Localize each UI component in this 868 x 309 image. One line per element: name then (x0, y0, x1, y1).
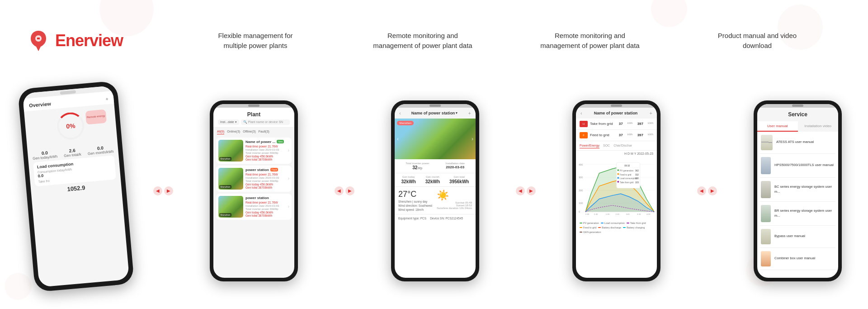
plant-inverter-2: Total inverter power 69kWp (245, 180, 286, 182)
screen4-title: Name of power station (594, 111, 638, 115)
svg-point-19 (617, 177, 619, 179)
plant-inverter-3: Total inverter power 69kWp (245, 208, 286, 210)
plant-name-row-3: power station (245, 196, 286, 200)
legend-feed-dot (580, 227, 582, 228)
manual-name-5: Bypass user manual (774, 234, 805, 239)
legend-discharge: Battery discharge (598, 226, 621, 229)
chart-svg: 400 300 200 100 0 (578, 158, 655, 218)
gen-month-cell: Gen month 32kWh (425, 176, 440, 184)
plant-realtime-2: Real-time power 21.76W (245, 173, 286, 176)
weather-desc: Shenzhen | sunny day (398, 200, 432, 203)
status-bar-2 (213, 104, 294, 108)
legend-area: PV generation Load consumption Take from… (576, 220, 657, 235)
search-box[interactable]: 🔍 Plant name or device SN (241, 119, 290, 125)
back-icon-4[interactable]: ‹ (580, 110, 582, 116)
plant-name-2: power station (245, 168, 269, 172)
svg-text:Feed to grid: Feed to grid (620, 173, 632, 176)
gen-total-label3: Gen total (449, 176, 469, 178)
plant-card-1[interactable]: Shenzhen Name of power ... New Real-time… (216, 138, 292, 164)
manual-item-6[interactable]: Combiner box user manual (760, 248, 835, 270)
nav-right-icon[interactable]: › (472, 136, 473, 142)
gen-month-stat: 0.0 Gen month/kWh (87, 144, 114, 156)
tab-offline[interactable]: Offline(3) (243, 129, 256, 134)
arrow2-left: ◀ (335, 186, 344, 195)
chart-area: 400 300 200 100 0 (576, 157, 657, 220)
grid-stat-1: H Take from grid 37 kWh 397 kWh (576, 119, 657, 130)
service-tab-video[interactable]: Installation video (798, 121, 839, 132)
load-section: Load consumption Consumption today/kWh 0… (33, 155, 116, 186)
tab-all[interactable]: All(9) (217, 129, 224, 134)
gen-today-cell: Gen today 32kWh (401, 176, 416, 184)
feature-2: Remote monitoring and management of powe… (373, 31, 472, 51)
screen3-image: Shenzhen ‹ › (395, 119, 476, 159)
status-bar-5 (757, 104, 838, 108)
wind-direction: Wind direction: Southwest (398, 204, 432, 207)
tab-online[interactable]: Online(3) (227, 129, 240, 134)
manual-item-1[interactable]: ATESS ATS user manual (760, 132, 835, 154)
device-sn: Device SN: PCS2124545 (430, 217, 463, 220)
legend-pv: PV generation (580, 222, 599, 224)
plant-realtime-1: Real-time power 21.76W (245, 145, 286, 148)
plant-gentoday-1: Gen today 458.0kWh (245, 155, 286, 158)
back-icon-3[interactable]: ‹ (399, 110, 401, 116)
equip-row: Equipment type: PCS Device SN: PCS212454… (395, 214, 476, 222)
legend-pv-dot (580, 223, 582, 223)
notch-4 (611, 105, 622, 107)
svg-text:Take from grid: Take from grid (620, 181, 633, 183)
legend-charging: Battery charging (623, 226, 645, 229)
service-tab-manual[interactable]: User manual (757, 121, 798, 132)
gauge-circle: 0% (56, 111, 85, 141)
legend-feed: Feed to grid (580, 226, 596, 229)
service-tabs: User manual Installation video (757, 121, 838, 132)
manual-icon-1 (761, 135, 773, 150)
manual-item-2[interactable]: HPS5000/7500/10000TLS user manual (760, 154, 835, 178)
svg-text:0:00: 0:00 (585, 213, 590, 215)
arrow3-group: ◀ ▶ (516, 186, 536, 195)
date-row: H D M Y 2022-05-23 (576, 151, 657, 157)
manual-icon-5 (761, 229, 771, 244)
manual-item-3[interactable]: BC series energy storage system user m..… (760, 178, 835, 202)
svg-text:4:00: 4:00 (646, 213, 651, 215)
install-label: Installation date (446, 162, 465, 165)
weather-right: ☀️ Sunrise 05:48 Sunset 18:52 Sunshine d… (437, 190, 472, 209)
arrow1-right: ▶ (164, 186, 173, 195)
tab-fault[interactable]: Fault(3) (259, 129, 269, 134)
svg-text:2:00: 2:00 (616, 213, 620, 215)
gen-month-val3: 32kWh (425, 179, 440, 184)
phone2-screen: Plant Inst...date ▾ 🔍 Plant name or devi… (213, 104, 294, 278)
gen-total-stat: 2.6 Gen total/k (63, 147, 81, 157)
location-badge: Shenzhen (397, 121, 414, 125)
svg-text:0: 0 (579, 210, 580, 213)
phone5-wrapper: Service User manual Installation video A… (754, 100, 842, 281)
chart-tab-soc[interactable]: SOC (603, 143, 610, 148)
filter-row: Inst...date ▾ 🔍 Plant name or device SN (218, 119, 290, 125)
header: Enerview Flexible management for multipl… (0, 0, 868, 81)
legend-load-dot (601, 223, 604, 223)
grid-values-feed: 37 kWh 397 kWh (619, 133, 653, 137)
phone4-frame: ‹ Name of power station + H Take from gr… (572, 100, 660, 281)
chart-tab-power[interactable]: Power/Energy (580, 143, 599, 148)
add-icon-4[interactable]: + (650, 110, 652, 116)
add-icon-3[interactable]: + (468, 110, 471, 116)
gen-stats-section: Gen today 32kWh Gen month 32kWh Gen tota… (395, 173, 476, 187)
arrow4-group: ◀ ▶ (697, 186, 717, 195)
arrow4-right: ▶ (708, 186, 717, 195)
add-icon[interactable]: + (105, 96, 108, 101)
plant-name-1: Name of power ... (245, 140, 275, 144)
sunshine-label: Sunshine duration 13h 04min (437, 207, 472, 209)
chart-tab-char[interactable]: Char/Dischar (613, 143, 632, 148)
inverter-label: Total inverter power (406, 162, 429, 165)
manual-item-4[interactable]: BR series energy storage system user m..… (760, 202, 835, 226)
manual-item-5[interactable]: Bypass user manual (760, 226, 835, 248)
tab-row: All(9) Online(3) Offline(3) Fault(3) (213, 128, 294, 136)
logo-area: Enerview (27, 29, 145, 53)
feature-3: Remote monitoring and management of powe… (540, 31, 640, 51)
plant-card-2[interactable]: Shenzhen power station Fault Real-time p… (216, 166, 292, 192)
arrow4-left: ◀ (697, 186, 706, 195)
svg-point-13 (617, 169, 619, 171)
svg-text:200: 200 (579, 189, 583, 191)
plant-card-3[interactable]: Shenzhen power station Real-time power 2… (216, 194, 292, 220)
filter-btn[interactable]: Inst...date ▾ (218, 119, 239, 125)
manual-name-4: BR series energy storage system user m..… (774, 209, 835, 218)
nav-left-icon[interactable]: ‹ (397, 136, 399, 142)
